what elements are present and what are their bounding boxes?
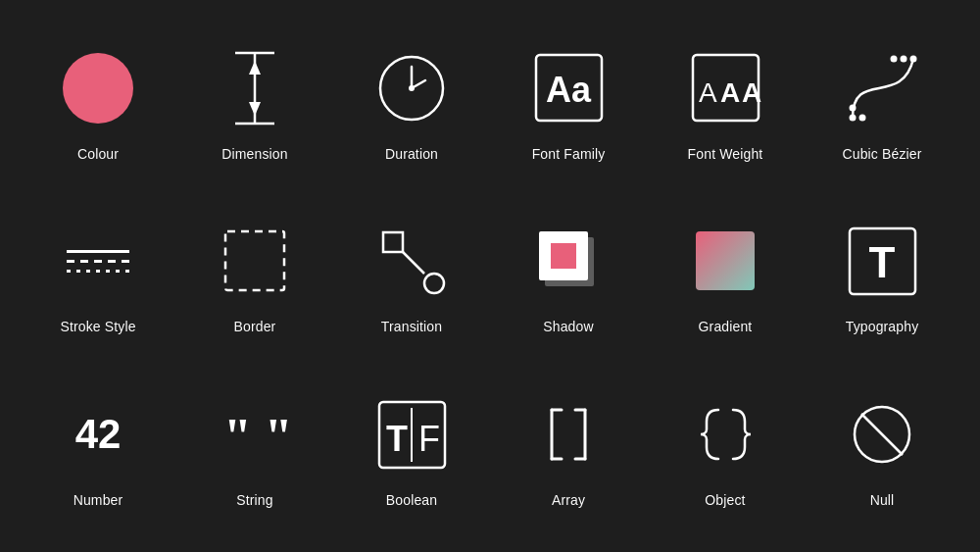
svg-rect-27 (551, 243, 576, 269)
duration-icon-area (368, 44, 456, 132)
stroke-style-icon-area (54, 217, 142, 305)
cell-string: " " String (176, 363, 333, 536)
colour-circle-icon (63, 53, 133, 124)
svg-line-43 (861, 414, 903, 455)
shadow-icon (533, 226, 604, 296)
cell-gradient: Gradient (647, 189, 804, 363)
gradient-label: Gradient (699, 319, 753, 334)
svg-point-19 (850, 114, 857, 121)
svg-rect-21 (225, 231, 284, 290)
stroke-solid (67, 250, 129, 253)
colour-label: Colour (77, 146, 119, 162)
cell-dimension: Dimension (176, 17, 333, 190)
svg-text:T: T (386, 419, 408, 459)
stroke-dotted (67, 270, 129, 273)
icon-grid: Colour Dimension Duration (20, 17, 960, 536)
gradient-icon (692, 227, 759, 294)
number-icon-area: 42 (54, 390, 142, 478)
svg-point-20 (859, 114, 866, 121)
number-icon: 42 (75, 414, 122, 455)
cell-boolean: T F Boolean (333, 363, 490, 536)
cell-typography: T Typography (804, 189, 960, 363)
cubic-bezier-label: Cubic Bézier (842, 146, 921, 162)
cell-cubic-bezier: Cubic Bézier (804, 17, 960, 190)
font-family-label: Font Family (532, 146, 606, 162)
cubic-bezier-icon-area (838, 44, 926, 132)
stroke-style-label: Stroke Style (60, 319, 135, 334)
cell-array: Array (490, 363, 647, 536)
svg-text:A: A (699, 77, 717, 108)
gradient-icon-area (681, 217, 769, 305)
cell-number: 42 Number (20, 363, 176, 536)
null-icon-area (838, 390, 926, 478)
font-weight-label: Font Weight (688, 146, 763, 162)
boolean-icon: T F (375, 398, 449, 472)
svg-point-23 (424, 274, 444, 293)
typography-icon-area: T (838, 217, 926, 305)
cell-border: Border (176, 189, 333, 363)
dimension-icon (225, 49, 284, 127)
transition-label: Transition (381, 319, 442, 334)
boolean-label: Boolean (386, 492, 437, 508)
svg-rect-22 (383, 232, 403, 252)
svg-line-24 (403, 252, 424, 274)
svg-marker-3 (249, 61, 261, 75)
svg-text:Aa: Aa (545, 70, 591, 110)
array-icon (534, 400, 603, 469)
dimension-label: Dimension (221, 146, 287, 162)
null-label: Null (870, 492, 895, 508)
transition-icon-area (368, 217, 456, 305)
cubic-bezier-icon (843, 49, 921, 127)
svg-marker-4 (249, 102, 261, 116)
svg-point-8 (409, 85, 415, 91)
svg-point-16 (901, 55, 907, 62)
object-label: Object (705, 492, 745, 508)
string-icon-area: " " (211, 390, 299, 478)
font-family-icon-area: Aa (524, 44, 612, 132)
border-label: Border (234, 319, 276, 334)
cell-null: Null (804, 363, 960, 536)
svg-text:F: F (418, 419, 440, 459)
svg-text:A: A (742, 77, 761, 108)
svg-point-15 (891, 55, 898, 62)
cell-object: Object (647, 363, 804, 536)
stroke-dashed (67, 260, 129, 263)
border-icon (221, 227, 288, 294)
dimension-icon-area (211, 44, 299, 132)
svg-point-18 (850, 104, 857, 111)
cell-stroke-style: Stroke Style (20, 189, 176, 363)
duration-label: Duration (385, 146, 438, 162)
font-weight-icon-area: A A A (681, 44, 769, 132)
duration-icon (372, 49, 451, 127)
svg-text:T: T (868, 238, 895, 286)
border-icon-area (211, 217, 299, 305)
svg-text:" ": " " (223, 409, 292, 464)
typography-icon: T (846, 225, 919, 298)
array-label: Array (552, 492, 585, 508)
object-icon (689, 400, 762, 469)
string-icon: " " (219, 405, 292, 464)
cell-shadow: Shadow (490, 189, 647, 363)
null-icon (848, 400, 916, 469)
font-weight-icon: A A A (689, 51, 762, 125)
array-icon-area (524, 390, 612, 478)
string-label: String (236, 492, 272, 508)
svg-text:A: A (720, 77, 740, 108)
cell-transition: Transition (333, 189, 490, 363)
colour-icon-area (54, 44, 142, 132)
stroke-style-icon (67, 250, 129, 273)
boolean-icon-area: T F (368, 390, 456, 478)
number-label: Number (74, 492, 123, 508)
cell-font-family: Aa Font Family (490, 17, 647, 190)
shadow-label: Shadow (543, 319, 593, 334)
svg-rect-28 (696, 231, 755, 290)
object-icon-area (681, 390, 769, 478)
transition-icon (375, 225, 449, 298)
font-family-icon: Aa (532, 51, 606, 125)
typography-label: Typography (846, 319, 919, 334)
cell-duration: Duration (333, 17, 490, 190)
cell-font-weight: A A A Font Weight (647, 17, 804, 190)
cell-colour: Colour (20, 17, 176, 190)
shadow-icon-area (524, 217, 612, 305)
